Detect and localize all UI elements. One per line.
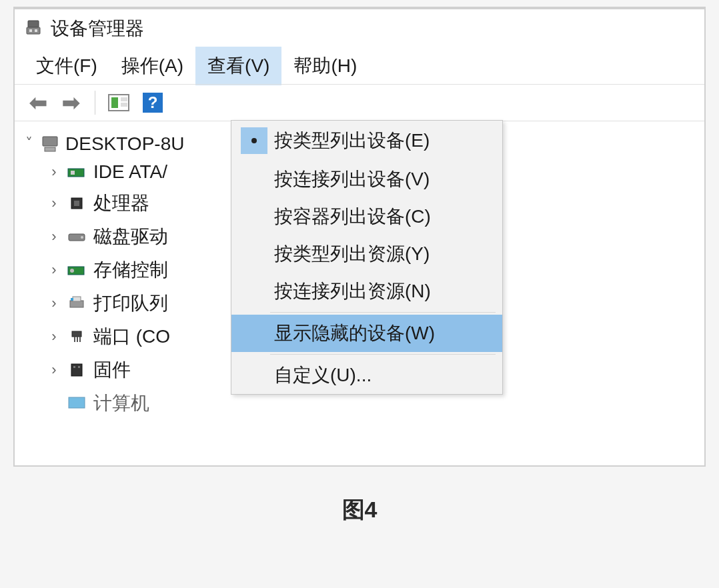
svg-rect-26 [79,337,81,342]
chevron-down-icon[interactable]: ˅ [23,135,35,153]
svg-rect-13 [71,171,75,175]
monitor-icon [67,394,87,413]
device-manager-icon [24,19,43,38]
menu-devices-by-type[interactable]: 按类型列出设备(E) [231,121,502,161]
svg-rect-7 [121,103,127,107]
device-manager-window: 设备管理器 文件(F) 操作(A) 查看(V) 帮助(H) ⬅ ➡ ? ˅ [13,7,706,467]
chevron-right-icon[interactable]: › [48,361,60,379]
help-icon[interactable]: ? [139,91,166,115]
dropdown-item-label: 按容器列出设备(C) [270,204,431,229]
tree-root-label: DESKTOP-8U [65,133,184,155]
toolbar: ⬅ ➡ ? [15,84,704,121]
tree-node-label: 计算机 [93,391,149,416]
menu-customize[interactable]: 自定义(U)... [231,357,502,394]
svg-rect-10 [43,137,57,146]
disk-drive-icon [67,227,87,246]
chevron-right-icon[interactable]: › [48,328,60,345]
firmware-icon [67,361,87,379]
svg-point-19 [70,269,74,273]
chevron-right-icon[interactable]: › [48,228,60,245]
chevron-right-icon[interactable]: › [48,261,60,279]
tree-node-label: 处理器 [93,191,149,216]
menu-action[interactable]: 操作(A) [109,47,195,85]
svg-rect-27 [71,364,82,376]
back-arrow-icon[interactable]: ⬅ [25,89,51,117]
computer-icon [40,135,60,153]
svg-rect-25 [77,337,78,342]
tree-node-label: 固件 [93,357,131,383]
ports-icon [67,327,87,346]
svg-rect-1 [27,27,40,34]
dropdown-item-label: 按类型列出资源(Y) [270,241,430,267]
svg-rect-15 [74,201,79,206]
svg-rect-30 [69,397,85,408]
toolbar-separator [95,91,95,115]
dropdown-item-label: 显示隐藏的设备(W) [270,321,435,346]
dropdown-separator [270,354,496,355]
menu-resources-by-connection[interactable]: 按连接列出资源(N) [231,273,502,310]
tree-node-label: IDE ATA/ [93,161,167,183]
dropdown-item-label: 按类型列出设备(E) [270,128,430,153]
forward-arrow-icon[interactable]: ➡ [58,89,84,117]
dropdown-item-label: 自定义(U)... [270,363,372,388]
svg-rect-0 [28,21,39,27]
svg-rect-3 [35,29,37,32]
tree-node-label: 磁盘驱动 [93,224,168,249]
svg-rect-24 [74,337,75,342]
chevron-right-icon[interactable]: › [48,295,60,312]
svg-rect-6 [121,97,127,101]
window-title: 设备管理器 [51,16,144,41]
menu-show-hidden-devices[interactable]: 显示隐藏的设备(W) [231,315,502,352]
menu-view[interactable]: 查看(V) [195,47,281,85]
svg-rect-12 [68,169,84,177]
svg-rect-21 [73,297,81,301]
svg-point-17 [81,236,83,239]
bullet-check-icon [241,127,267,154]
dropdown-separator [270,312,496,313]
svg-point-31 [251,138,257,143]
tree-node-label: 打印队列 [93,291,168,316]
chevron-right-icon[interactable]: › [48,195,60,212]
menu-help[interactable]: 帮助(H) [281,47,369,85]
menu-file[interactable]: 文件(F) [24,47,109,85]
titlebar: 设备管理器 [15,9,704,48]
view-dropdown-menu: 按类型列出设备(E) 按连接列出设备(V) 按容器列出设备(C) 按类型列出资源… [231,120,503,395]
menu-resources-by-type[interactable]: 按类型列出资源(Y) [231,235,502,273]
storage-controller-icon [67,261,87,279]
figure-caption: 图4 [0,495,719,525]
tree-node-label: 端口 (CO [93,324,170,349]
chevron-right-icon[interactable]: › [48,163,60,181]
svg-rect-28 [73,366,75,368]
svg-rect-2 [29,29,32,32]
svg-rect-22 [71,298,73,301]
svg-rect-29 [78,366,80,368]
svg-text:?: ? [148,93,158,111]
dropdown-item-label: 按连接列出资源(N) [270,279,431,304]
menu-devices-by-container[interactable]: 按容器列出设备(C) [231,198,502,235]
ide-controller-icon [67,163,87,181]
menubar: 文件(F) 操作(A) 查看(V) 帮助(H) [15,48,704,84]
dropdown-item-label: 按连接列出设备(V) [270,167,430,192]
printer-icon [67,294,87,313]
svg-rect-23 [72,331,81,337]
properties-icon[interactable] [106,91,133,115]
svg-rect-5 [111,97,118,108]
processor-icon [67,194,87,213]
menu-devices-by-connection[interactable]: 按连接列出设备(V) [231,161,502,198]
tree-node-label: 存储控制 [93,257,168,283]
svg-rect-11 [45,147,55,151]
